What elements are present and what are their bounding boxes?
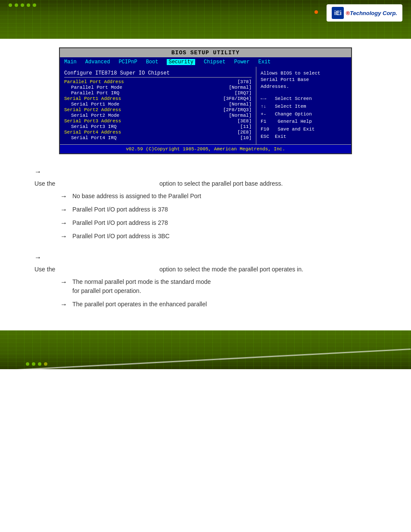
- section1-item-3bc: → Parallel Port I/O port address is 3BC: [60, 232, 377, 241]
- circuit-decoration: [9, 3, 36, 7]
- section2-use-the: Use the: [34, 265, 65, 274]
- bios-row-serial3-irq[interactable]: Serial Port3 IRQ [11]: [64, 124, 252, 129]
- bios-nav-main[interactable]: Main: [64, 59, 77, 65]
- top-banner: iEi ®Technology Corp.: [0, 0, 411, 39]
- section2-heading: →: [34, 253, 377, 261]
- key-help-updown: ↑↓ Select Item: [261, 103, 347, 111]
- section1-intro-row: Use the option to select the parallel po…: [34, 179, 377, 188]
- bios-row-serial1-mode[interactable]: Serial Port1 Mode [Normal]: [64, 102, 252, 107]
- section1-heading-arrow: →: [34, 168, 43, 176]
- bios-label-serial2-addr: Serial Port2 Address: [64, 107, 121, 112]
- bios-row-parallel-mode[interactable]: Parallel Port Mode [Normal]: [64, 85, 252, 90]
- bios-body: Configure ITE8718 Super IO Chipset Paral…: [60, 67, 351, 144]
- bios-key-help: ←→ Select Screen ↑↓ Select Item +- Chang…: [261, 95, 347, 141]
- section1-use-the: Use the: [34, 179, 65, 188]
- bios-row-serial2-addr[interactable]: Serial Port2 Address [2F8/IRQ3]: [64, 107, 252, 112]
- bios-label-serial1-addr: Serial Port1 Address: [64, 96, 121, 101]
- section1-item-3bc-text: Parallel Port I/O port address is 3BC: [72, 232, 170, 241]
- bios-right-panel: Allows BIOS to selectSerial Port1 BaseAd…: [256, 67, 351, 144]
- section2-item-epp-text: The parallel port operates in the enhanc…: [72, 300, 207, 309]
- bios-label-parallel-mode: Parallel Port Mode: [64, 85, 122, 90]
- logo-box: iEi: [332, 7, 344, 19]
- bios-row-serial4-irq[interactable]: Serial Port4 IRQ [10]: [64, 135, 252, 140]
- bios-value-serial2-mode: [Normal]: [229, 113, 252, 118]
- section1-intro-text: option to select the parallel port base …: [159, 179, 377, 188]
- section2-item-epp-arrow: →: [60, 301, 69, 308]
- section2-heading-arrow: →: [34, 254, 43, 261]
- section1-item-disabled-text: No base address is assigned to the Paral…: [72, 192, 201, 201]
- bottom-white-line: [0, 348, 411, 369]
- bios-value-parallel-mode: [Normal]: [229, 85, 252, 90]
- bios-row-serial3-addr[interactable]: Serial Port3 Address [3E8]: [64, 118, 252, 124]
- bios-label-serial2-mode: Serial Port2 Mode: [64, 113, 119, 118]
- logo-dot: [314, 10, 318, 14]
- section2-item-normal-text: The normal parallel port mode is the sta…: [72, 277, 211, 296]
- bios-label-parallel-addr: Parallel Port Address: [64, 79, 124, 84]
- bios-row-parallel-addr[interactable]: Parallel Port Address [378]: [64, 79, 252, 84]
- bios-value-parallel-addr: [378]: [237, 79, 252, 84]
- section1-item-278: → Parallel Port I/O port address is 278: [60, 218, 377, 227]
- section1-item-278-text: Parallel Port I/O port address is 278: [72, 218, 168, 227]
- bios-row-serial2-mode[interactable]: Serial Port2 Mode [Normal]: [64, 113, 252, 118]
- section1-item-378-arrow: →: [60, 206, 69, 214]
- doc-section: → Use the option to select the parallel …: [17, 167, 394, 309]
- bios-value-serial1-addr: [3F8/IRQ4]: [223, 96, 252, 101]
- bios-footer: v02.59 (C)Copyright 1985-2005, American …: [60, 144, 351, 153]
- bios-row-serial1-addr[interactable]: Serial Port1 Address [3F8/IRQ4]: [64, 96, 252, 101]
- bios-left-panel: Configure ITE8718 Super IO Chipset Paral…: [60, 67, 256, 144]
- section1-item-378: → Parallel Port I/O port address is 378: [60, 205, 377, 214]
- section1-item-disabled-arrow: →: [60, 193, 69, 200]
- bios-nav-boot[interactable]: Boot: [146, 59, 159, 65]
- bios-label-serial4-addr: Serial Port4 Address: [64, 130, 121, 135]
- section1-item-278-arrow: →: [60, 219, 69, 227]
- bottom-banner: [0, 330, 411, 369]
- bios-value-serial4-irq: [10]: [240, 135, 252, 140]
- bios-value-serial3-addr: [3E8]: [237, 118, 252, 124]
- bios-help-text: Allows BIOS to selectSerial Port1 BaseAd…: [261, 70, 347, 90]
- bios-nav-security[interactable]: Security: [167, 59, 195, 65]
- section2-intro-text: option to select the mode the parallel p…: [159, 265, 377, 274]
- key-help-f1: F1 General Help: [261, 118, 347, 126]
- bios-label-serial3-irq: Serial Port3 IRQ: [64, 124, 117, 129]
- section2-intro-row: Use the option to select the mode the pa…: [34, 265, 377, 274]
- bios-title: BIOS SETUP UTILITY: [60, 48, 351, 57]
- bios-label-serial1-mode: Serial Port1 Mode: [64, 102, 119, 107]
- section1-item-378-text: Parallel Port I/O port address is 378: [72, 205, 168, 214]
- section2-item-epp: → The parallel port operates in the enha…: [60, 300, 377, 309]
- bios-row-parallel-irq[interactable]: Parallel Port IRQ [IRQ7]: [64, 90, 252, 96]
- bios-value-serial4-addr: [2E8]: [237, 130, 252, 135]
- section1-heading: →: [34, 167, 377, 176]
- section1-item-3bc-arrow: →: [60, 233, 69, 240]
- bios-label-serial3-addr: Serial Port3 Address: [64, 118, 121, 124]
- main-content: BIOS SETUP UTILITY Main Advanced PCIPnP …: [0, 39, 411, 322]
- bios-nav-pcipnp[interactable]: PCIPnP: [118, 59, 137, 65]
- logo-registered: ®: [346, 10, 350, 16]
- bios-nav-advanced[interactable]: Advanced: [85, 59, 110, 65]
- bios-value-serial2-addr: [2F8/IRQ3]: [223, 107, 252, 112]
- logo-text: ®Technology Corp.: [346, 10, 397, 16]
- bios-container: BIOS SETUP UTILITY Main Advanced PCIPnP …: [59, 47, 352, 154]
- key-help-arrows: ←→ Select Screen: [261, 95, 347, 103]
- section2-item-normal: → The normal parallel port mode is the s…: [60, 277, 377, 296]
- key-help-f10: F10 Save and Exit: [261, 126, 347, 134]
- bios-nav: Main Advanced PCIPnP Boot Security Chips…: [60, 57, 351, 67]
- bios-row-serial4-addr[interactable]: Serial Port4 Address [2E8]: [64, 130, 252, 135]
- bios-label-parallel-irq: Parallel Port IRQ: [64, 90, 119, 96]
- bios-value-serial1-mode: [Normal]: [229, 102, 252, 107]
- bios-section-header: Configure ITE8718 Super IO Chipset: [64, 70, 252, 78]
- bios-value-parallel-irq: [IRQ7]: [234, 90, 252, 96]
- bios-nav-chipset[interactable]: Chipset: [204, 59, 225, 65]
- key-help-plusminus: +- Change Option: [261, 111, 347, 118]
- bios-label-serial4-irq: Serial Port4 IRQ: [64, 135, 117, 140]
- bios-nav-power[interactable]: Power: [234, 59, 249, 65]
- bottom-circuit-decoration: [26, 362, 47, 366]
- bios-nav-exit[interactable]: Exit: [258, 59, 271, 65]
- bios-value-serial3-irq: [11]: [240, 124, 252, 129]
- section1-item-disabled: → No base address is assigned to the Par…: [60, 192, 377, 201]
- logo-area: iEi ®Technology Corp.: [327, 4, 402, 22]
- key-help-esc: ESC Exit: [261, 133, 347, 141]
- section2-item-normal-arrow: →: [60, 278, 69, 286]
